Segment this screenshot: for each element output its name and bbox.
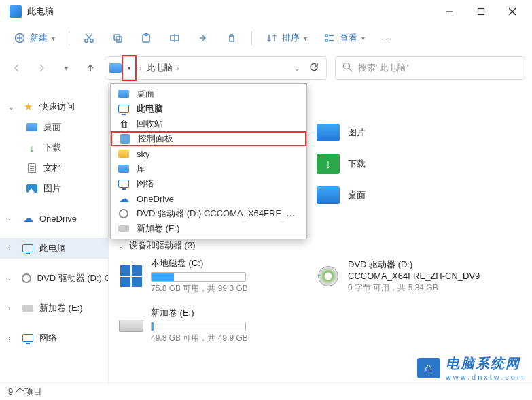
- sidebar-this-pc[interactable]: ›此电脑: [0, 238, 108, 259]
- copy-button[interactable]: [105, 28, 130, 48]
- more-button[interactable]: ···: [374, 29, 400, 48]
- rename-icon: [169, 32, 181, 44]
- recycle-icon: 🗑: [118, 119, 130, 129]
- sidebar-pictures[interactable]: 图片: [0, 178, 108, 199]
- sort-label: 排序: [282, 32, 300, 44]
- view-button[interactable]: 查看 ▾: [317, 28, 372, 48]
- address-dropdown-button[interactable]: ▾: [124, 63, 134, 73]
- folder-icon: [118, 150, 129, 158]
- disc-icon: ↓: [318, 266, 338, 286]
- photo-icon: [26, 184, 37, 193]
- dropdown-control-panel[interactable]: 控制面板: [111, 131, 306, 146]
- sidebar-label: 下载: [43, 141, 61, 154]
- sidebar-quick-access[interactable]: ⌄★快速访问: [0, 97, 108, 117]
- sidebar-label: 新加卷 (E:): [39, 302, 83, 314]
- rename-button[interactable]: [162, 28, 188, 48]
- disc-icon: [22, 273, 31, 283]
- drive-icon: [22, 305, 33, 312]
- paste-button[interactable]: [133, 28, 159, 48]
- item-c-drive[interactable]: 本地磁盘 (C:) 75.8 GB 可用，共 99.3 GB: [116, 254, 292, 297]
- network-icon: [22, 334, 33, 342]
- folder-icon: [317, 186, 340, 204]
- chevron-right-icon[interactable]: ›: [175, 64, 181, 72]
- drive-icon: [118, 225, 129, 232]
- close-button[interactable]: [497, 1, 528, 22]
- sidebar-label: 文档: [43, 162, 61, 174]
- monitor-icon: [118, 105, 129, 113]
- up-button[interactable]: [80, 58, 101, 78]
- folder-icon: [26, 123, 37, 131]
- dropdown-this-pc[interactable]: 此电脑: [111, 101, 306, 116]
- minimize-button[interactable]: [434, 1, 465, 22]
- chevron-down-icon[interactable]: ⌄: [294, 65, 300, 72]
- chevron-right-icon: ›: [8, 245, 16, 252]
- item-pictures[interactable]: 图片: [313, 117, 489, 148]
- svg-rect-18: [325, 39, 327, 41]
- new-label: 新建: [30, 32, 48, 44]
- drive-icon: [119, 320, 143, 332]
- sidebar-new-volume[interactable]: ›新加卷 (E:): [0, 298, 108, 318]
- sidebar-label: 图片: [43, 182, 61, 195]
- app-icon: [10, 5, 22, 18]
- breadcrumb-this-pc[interactable]: 此电脑: [143, 62, 175, 74]
- sidebar: ⌄★快速访问 桌面 ↓下载 文档 图片 ›☁OneDrive ›此电脑 ›DVD…: [0, 83, 109, 382]
- toolbar: 新建 ▾ 排序 ▾ 查看 ▾ ···: [0, 23, 532, 53]
- sidebar-onedrive[interactable]: ›☁OneDrive: [0, 208, 108, 229]
- item-downloads[interactable]: ↓下载: [313, 148, 489, 180]
- folder-icon: [317, 124, 340, 141]
- svg-rect-1: [478, 9, 484, 15]
- address-bar[interactable]: ▾ › 此电脑 › ⌄: [105, 56, 327, 80]
- disc-icon: [119, 209, 128, 218]
- dropdown-onedrive[interactable]: ☁OneDrive: [111, 191, 306, 206]
- dropdown-desktop[interactable]: 桌面: [111, 86, 306, 101]
- new-button[interactable]: 新建 ▾: [7, 28, 62, 48]
- dropdown-dvd[interactable]: DVD 驱动器 (D:) CCCOMA_X64FRE_ZH-C...: [111, 206, 306, 221]
- sidebar-downloads[interactable]: ↓下载: [0, 137, 108, 158]
- chevron-down-icon: ⌄: [8, 103, 16, 111]
- sidebar-desktop[interactable]: 桌面: [0, 117, 108, 137]
- plus-icon: [14, 32, 26, 44]
- address-dropdown: 桌面 此电脑 🗑回收站 控制面板 sky 库 网络 ☁OneDrive DVD …: [110, 83, 307, 239]
- watermark-logo: ⌂: [417, 358, 440, 378]
- delete-icon: [226, 32, 238, 44]
- dropdown-sky[interactable]: sky: [111, 146, 306, 161]
- sidebar-documents[interactable]: 文档: [0, 158, 108, 178]
- recent-button[interactable]: ▾: [56, 58, 76, 78]
- dropdown-new-volume[interactable]: 新加卷 (E:): [111, 221, 306, 236]
- monitor-icon: [22, 244, 33, 252]
- folder-icon: [118, 90, 129, 98]
- item-desktop[interactable]: 桌面: [313, 180, 489, 211]
- document-icon: [28, 163, 36, 173]
- chevron-right-icon: ›: [8, 305, 16, 312]
- item-dvd-drive[interactable]: ↓ DVD 驱动器 (D:) CCCOMA_X64FRE_ZH-CN_DV9 0…: [313, 254, 489, 297]
- svg-rect-17: [325, 35, 327, 37]
- sidebar-dvd[interactable]: ›DVD 驱动器 (D:) CC: [0, 268, 108, 288]
- cloud-icon: ☁: [22, 212, 34, 224]
- capacity-bar: [151, 322, 246, 331]
- capacity-bar: [151, 272, 246, 282]
- svg-line-22: [349, 69, 352, 71]
- share-button[interactable]: [190, 28, 216, 48]
- refresh-button[interactable]: [309, 62, 319, 74]
- libraries-icon: [118, 165, 129, 173]
- share-icon: [197, 32, 209, 44]
- dropdown-network[interactable]: 网络: [111, 176, 306, 191]
- network-icon: [118, 180, 129, 188]
- back-button[interactable]: [7, 58, 27, 78]
- sidebar-network[interactable]: ›网络: [0, 328, 108, 348]
- delete-button[interactable]: [219, 28, 245, 48]
- sort-button[interactable]: 排序 ▾: [259, 28, 314, 48]
- maximize-button[interactable]: [465, 1, 497, 22]
- cut-button[interactable]: [76, 28, 102, 48]
- chevron-right-icon[interactable]: ›: [138, 64, 143, 72]
- dropdown-recycle[interactable]: 🗑回收站: [111, 116, 306, 131]
- chevron-down-icon: ▾: [52, 35, 55, 42]
- search-input[interactable]: 搜索"此电脑": [335, 56, 525, 80]
- item-count: 9 个项目: [8, 386, 42, 398]
- sidebar-label: OneDrive: [39, 214, 77, 224]
- forward-button[interactable]: [31, 58, 52, 78]
- star-icon: ★: [22, 101, 34, 113]
- item-e-drive[interactable]: 新加卷 (E:) 49.8 GB 可用，共 49.9 GB: [116, 304, 292, 347]
- chevron-right-icon: ›: [8, 335, 16, 342]
- dropdown-libraries[interactable]: 库: [111, 161, 306, 176]
